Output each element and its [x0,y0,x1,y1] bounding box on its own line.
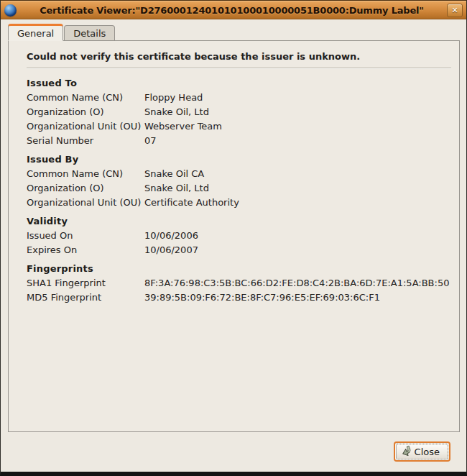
field-value: 10/06/2006 [144,229,459,243]
table-row: Organizational Unit (OU) Certificate Aut… [27,196,459,210]
close-button-label: Close [415,447,440,457]
field-label: Organizational Unit (OU) [27,196,144,210]
tab-details-label: Details [73,28,106,39]
field-value: Webserver Team [144,119,459,134]
field-value: 07 [144,134,459,148]
verification-notice: Could not verify this certificate becaus… [27,50,450,63]
table-row: Organization (O) Snake Oil, Ltd [27,181,459,196]
field-label: MD5 Fingerprint [27,290,144,305]
close-button-focus-ring: Close [394,441,450,462]
field-label: SHA1 Fingerprint [27,276,144,290]
field-label: Issued On [27,229,144,243]
table-row: Expires On 10/06/2007 [27,243,459,257]
field-label: Expires On [27,243,144,257]
field-label: Serial Number [27,134,144,148]
certificate-viewer-window: Certificate Viewer:"D2760001240101010001… [0,0,467,476]
section-title-issued-to: Issued To [27,76,459,91]
field-label: Organization (O) [27,105,144,119]
field-label: Organization (O) [27,181,144,196]
general-tab-panel: Could not verify this certificate becaus… [8,40,460,432]
section-title-issued-by: Issued By [27,152,459,167]
window-close-icon: ✕ [451,6,458,15]
field-value: Snake Oil, Ltd [144,105,459,119]
field-label: Common Name (CN) [27,167,144,181]
tab-strip: General Details [1,19,466,40]
globe-icon [4,4,17,17]
table-row: Issued On 10/06/2006 [27,229,459,243]
table-row: Organization (O) Snake Oil, Ltd [27,105,459,119]
tab-details[interactable]: Details [64,25,115,40]
field-value: 10/06/2007 [144,243,459,257]
tab-general[interactable]: General [8,24,63,41]
field-value: Snake Oil, Ltd [144,181,459,196]
title-bar[interactable]: Certificate Viewer:"D2760001240101010001… [1,1,466,19]
field-value: Floppy Head [144,91,459,105]
section-title-fingerprints: Fingerprints [27,262,459,276]
window-close-button[interactable]: ✕ [447,4,463,17]
field-value: 8F:3A:76:98:C3:5B:BC:66:D2:FE:D8:C4:2B:B… [144,276,459,290]
separator-line [27,68,451,69]
close-button[interactable]: Close [396,444,448,459]
dialog-footer: Close [1,441,466,462]
table-row: SHA1 Fingerprint 8F:3A:76:98:C3:5B:BC:66… [27,276,459,290]
field-value: Certificate Authority [144,196,459,210]
window-title: Certificate Viewer:"D2760001240101010001… [17,5,447,16]
table-row: MD5 Fingerprint 39:89:5B:09:F6:72:BE:8F:… [27,290,459,305]
close-arrow-icon [398,444,413,459]
table-row: Common Name (CN) Snake Oil CA [27,167,459,181]
field-label: Common Name (CN) [27,91,144,105]
table-row: Serial Number 07 [27,134,459,148]
field-label: Organizational Unit (OU) [27,119,144,134]
table-row: Organizational Unit (OU) Webserver Team [27,119,459,134]
field-value: 39:89:5B:09:F6:72:BE:8F:C7:96:E5:EF:69:0… [144,290,459,305]
field-value: Snake Oil CA [144,167,459,181]
tab-general-label: General [17,28,54,39]
section-title-validity: Validity [27,214,459,229]
table-row: Common Name (CN) Floppy Head [27,91,459,105]
